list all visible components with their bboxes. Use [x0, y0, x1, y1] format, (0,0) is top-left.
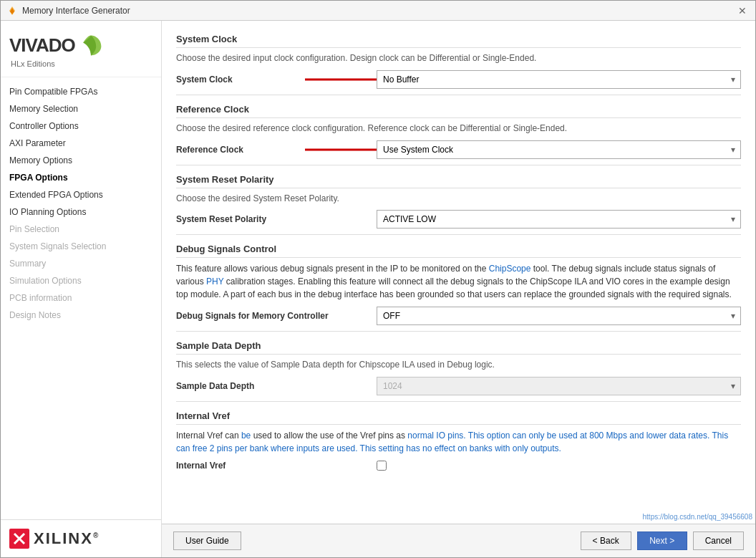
vref-normal-link: normal IO pins. This option can only be …	[176, 430, 728, 453]
sample-data-select[interactable]: 1024 2048 4096	[377, 377, 741, 395]
sample-data-field-row: Sample Data Depth 1024 2048 4096	[176, 377, 741, 395]
reference-clock-desc: Choose the desired reference clock confi…	[176, 122, 741, 135]
sidebar-item-controller-options[interactable]: Controller Options	[1, 117, 161, 135]
system-clock-section: System Clock Choose the desired input cl…	[176, 29, 741, 89]
internal-vref-label: Internal Vref	[176, 461, 377, 471]
system-reset-title: System Reset Polarity	[176, 170, 741, 188]
system-clock-label: System Clock	[176, 74, 377, 85]
cancel-button[interactable]: Cancel	[693, 531, 744, 550]
main-content: VIVADO HLx Editions Pin Compatible FPGAs…	[1, 21, 755, 557]
debug-signals-title: Debug Signals Control	[176, 239, 741, 258]
system-reset-select[interactable]: ACTIVE LOW ACTIVE HIGH	[377, 210, 741, 229]
system-reset-desc: Choose the desired System Reset Polarity…	[176, 193, 741, 205]
debug-signals-section: Debug Signals Control This feature allow…	[176, 239, 741, 325]
sample-data-section: Sample Data Depth This selects the value…	[176, 336, 741, 395]
sample-data-desc: This selects the value of Sample Data de…	[176, 359, 741, 371]
reference-clock-select[interactable]: Use System Clock Differential Single-End…	[377, 140, 741, 159]
vref-be-link: be	[241, 430, 251, 441]
sidebar-item-memory-options[interactable]: Memory Options	[1, 152, 161, 169]
internal-vref-desc: Internal Vref can be used to allow the u…	[176, 429, 741, 455]
footer-left: User Guide	[173, 531, 241, 550]
reference-clock-section: Reference Clock Choose the desired refer…	[176, 100, 741, 159]
logo-area: VIVADO HLx Editions	[1, 21, 161, 77]
vivado-text: VIVADO	[9, 34, 75, 57]
system-clock-select[interactable]: No Buffer Differential Single-Ended	[377, 70, 741, 89]
reference-clock-label: Reference Clock	[176, 145, 377, 155]
system-reset-select-wrapper: ACTIVE LOW ACTIVE HIGH	[377, 210, 741, 229]
sidebar-item-io-planning[interactable]: IO Planning Options	[1, 203, 161, 221]
sample-data-title: Sample Data Depth	[176, 336, 741, 355]
sidebar-item-fpga-options[interactable]: FPGA Options	[1, 169, 161, 186]
nav-items: Pin Compatible FPGAs Memory Selection Co…	[1, 77, 161, 519]
sep1	[176, 95, 741, 95]
watermark: https://blog.csdn.net/qq_39456608	[643, 513, 752, 521]
sidebar-item-pin-compatible[interactable]: Pin Compatible FPGAs	[1, 83, 161, 100]
phy-link: PHY	[206, 276, 223, 287]
sep3	[176, 234, 741, 235]
sidebar-item-pin-selection: Pin Selection	[1, 221, 161, 238]
system-reset-label: System Reset Polarity	[176, 214, 377, 224]
system-reset-field-row: System Reset Polarity ACTIVE LOW ACTIVE …	[176, 210, 741, 229]
sample-data-select-wrapper: 1024 2048 4096	[377, 377, 741, 395]
sidebar-item-summary: Summary	[1, 255, 161, 272]
footer-right: < Back Next > Cancel	[581, 531, 744, 550]
debug-signals-select-wrapper: OFF ON	[377, 307, 741, 325]
internal-vref-title: Internal Vref	[176, 406, 741, 425]
sep2	[176, 165, 741, 165]
system-clock-title: System Clock	[176, 29, 741, 48]
system-reset-section: System Reset Polarity Choose the desired…	[176, 170, 741, 229]
back-button[interactable]: < Back	[581, 531, 631, 550]
vivado-logo: VIVADO	[9, 32, 152, 58]
next-button[interactable]: Next >	[637, 531, 687, 550]
footer: User Guide < Back Next > Cancel	[162, 524, 755, 557]
close-button[interactable]: ✕	[735, 4, 750, 18]
chipscope-link: ChipScope	[489, 264, 531, 274]
system-clock-field-row: System Clock No Buf	[176, 70, 741, 89]
xilinx-logo-area: XILINX®	[1, 519, 161, 557]
system-clock-select-wrapper: No Buffer Differential Single-Ended	[377, 70, 741, 89]
sidebar-item-simulation: Simulation Options	[1, 272, 161, 289]
sidebar-item-extended-fpga[interactable]: Extended FPGA Options	[1, 186, 161, 203]
sep5	[176, 401, 741, 402]
xilinx-text: XILINX®	[34, 529, 100, 548]
xilinx-logo: XILINX®	[9, 529, 100, 549]
hlx-label: HLx Editions	[9, 59, 152, 68]
internal-vref-section: Internal Vref Internal Vref can be used …	[176, 406, 741, 471]
sample-data-label: Sample Data Depth	[176, 381, 377, 391]
reference-clock-title: Reference Clock	[176, 100, 741, 118]
internal-vref-checkbox-wrapper	[377, 461, 387, 471]
debug-signals-select[interactable]: OFF ON	[377, 307, 741, 325]
debug-signals-label: Debug Signals for Memory Controller	[176, 311, 377, 321]
system-clock-desc: Choose the desired input clock configura…	[176, 52, 741, 64]
reference-clock-select-wrapper: Use System Clock Differential Single-End…	[377, 140, 741, 159]
window-title: Memory Interface Generator	[22, 6, 735, 16]
internal-vref-field-row: Internal Vref	[176, 461, 741, 471]
reference-clock-field-row: Reference Clock Use	[176, 140, 741, 159]
main-window: Memory Interface Generator ✕ VIVADO HLx …	[0, 0, 756, 558]
leaf-icon	[78, 32, 104, 58]
sidebar-item-design-notes: Design Notes	[1, 307, 161, 324]
user-guide-button[interactable]: User Guide	[173, 531, 241, 550]
internal-vref-checkbox[interactable]	[377, 461, 387, 471]
title-bar: Memory Interface Generator ✕	[1, 1, 755, 21]
sidebar: VIVADO HLx Editions Pin Compatible FPGAs…	[1, 21, 162, 557]
sidebar-item-axi-parameter[interactable]: AXI Parameter	[1, 135, 161, 152]
sidebar-item-pcb: PCB information	[1, 289, 161, 307]
sep4	[176, 331, 741, 332]
debug-signals-field-row: Debug Signals for Memory Controller OFF …	[176, 307, 741, 325]
app-icon	[6, 5, 18, 16]
content-area[interactable]: System Clock Choose the desired input cl…	[162, 21, 755, 524]
debug-signals-desc: This feature allows various debug signal…	[176, 262, 741, 301]
main-area: System Clock Choose the desired input cl…	[162, 21, 755, 557]
sidebar-item-system-signals: System Signals Selection	[1, 238, 161, 255]
xilinx-x-icon	[9, 529, 29, 549]
sidebar-item-memory-selection[interactable]: Memory Selection	[1, 100, 161, 117]
